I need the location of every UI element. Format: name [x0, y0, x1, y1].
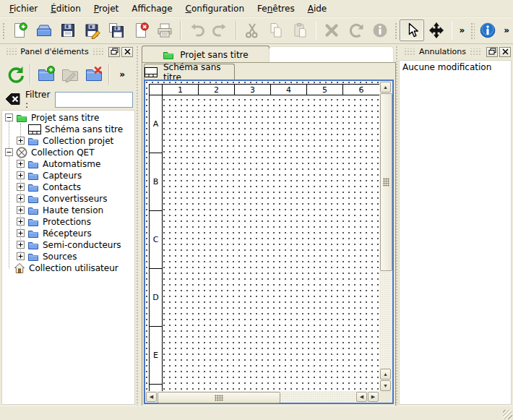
expand-icon[interactable] — [17, 194, 25, 202]
tree-item-label: Collection QET — [31, 147, 95, 158]
horizontal-scroll-thumb[interactable] — [158, 392, 280, 403]
about-qet-button[interactable] — [476, 20, 501, 41]
close-file-button[interactable] — [129, 20, 153, 41]
expand-icon[interactable] — [17, 206, 25, 214]
qelectrotech-window: FichierÉditionProjetAffichageConfigurati… — [0, 0, 513, 420]
object-info-button[interactable] — [368, 20, 392, 41]
titlebar-texture — [6, 48, 17, 55]
toolbar-grip[interactable] — [1, 22, 6, 39]
pan-mode-button[interactable] — [424, 20, 449, 41]
tree-item-semi-conducteurs[interactable]: Semi-conducteurs — [2, 239, 134, 251]
restore-icon — [111, 46, 118, 57]
undo-panel-title: Annulations — [419, 47, 466, 56]
toolbar-overflow-chevron[interactable]: » — [455, 25, 468, 35]
copy-button[interactable] — [264, 20, 288, 41]
menu-projet[interactable]: Projet — [87, 1, 125, 16]
scroll-down-button[interactable]: ▼ — [380, 380, 391, 391]
toolbar-grip[interactable] — [394, 22, 398, 39]
filter-input[interactable] — [55, 92, 133, 108]
new-project-button[interactable] — [7, 20, 32, 41]
expand-icon[interactable] — [17, 137, 25, 145]
expand-icon[interactable] — [17, 252, 25, 260]
select-mode-button[interactable] — [400, 20, 424, 41]
vertical-scroll-thumb[interactable] — [380, 93, 392, 271]
close-panel-button[interactable] — [121, 47, 133, 57]
expand-icon[interactable] — [17, 183, 25, 191]
size-grip[interactable] — [503, 410, 512, 419]
tree-item-contacts[interactable]: Contacts — [2, 181, 134, 193]
tree-item-collection-qet[interactable]: Collection QET — [2, 147, 134, 158]
toolbar-separator — [180, 21, 181, 40]
expand-icon[interactable] — [17, 229, 25, 237]
expand-icon[interactable] — [17, 218, 25, 226]
tab-project[interactable]: Projet sans titre — [142, 46, 270, 63]
tree-item-convertisseurs[interactable]: Convertisseurs — [2, 193, 134, 205]
redo-button[interactable] — [209, 20, 233, 41]
tree-item-sch-ma-sans-titre[interactable]: Schéma sans titre — [2, 124, 134, 135]
tree-item-protections[interactable]: Protections — [2, 216, 134, 228]
expand-icon[interactable] — [17, 241, 25, 249]
menu-edition[interactable]: Édition — [44, 1, 87, 16]
collapse-icon[interactable] — [5, 148, 13, 156]
tree-item-label: Automatisme — [43, 159, 100, 169]
expand-icon[interactable] — [17, 160, 25, 168]
save-as-icon — [84, 22, 101, 39]
scroll-up-button[interactable]: ▲ — [380, 82, 391, 93]
tree-item-automatisme[interactable]: Automatisme — [2, 158, 134, 170]
undo-button[interactable] — [184, 20, 209, 41]
menu-label-post: ichier — [14, 4, 38, 14]
save-button[interactable] — [56, 20, 81, 41]
row-header-D: D — [150, 269, 162, 327]
menu-affichage[interactable]: Affichage — [125, 1, 178, 16]
tree-item-collection-utilisateur[interactable]: Collection utilisateur — [2, 262, 134, 274]
tree-item-sources[interactable]: Sources — [2, 251, 134, 262]
tree-item-haute-tension[interactable]: Haute tension — [2, 205, 134, 216]
delete-button[interactable] — [319, 20, 344, 41]
rotate-button[interactable] — [344, 20, 368, 41]
cut-button[interactable] — [240, 20, 264, 41]
toolbar-overflow-chevron[interactable]: » — [500, 25, 513, 35]
tree-item-r-cepteurs[interactable]: Récepteurs — [2, 228, 134, 239]
tree-item-projet-sans-titre[interactable]: Projet sans titre — [2, 112, 134, 124]
save-icon — [59, 22, 77, 39]
close-panel-button[interactable] — [499, 47, 511, 57]
float-panel-button[interactable] — [486, 47, 498, 57]
undo-history-list[interactable]: Aucune modification — [399, 60, 512, 405]
scroll-up-button-2[interactable]: ▲ — [380, 369, 391, 380]
save-all-button[interactable] — [105, 20, 129, 41]
open-project-button[interactable] — [32, 20, 56, 41]
tree-item-capteurs[interactable]: Capteurs — [2, 170, 134, 181]
paste-button[interactable] — [288, 20, 313, 41]
float-panel-button[interactable] — [108, 47, 120, 57]
save-all-icon — [108, 22, 125, 39]
folder-new-icon — [37, 65, 56, 84]
menu-fenetres[interactable]: Fenêtres — [251, 1, 301, 16]
menu-bar: FichierÉditionProjetAffichageConfigurati… — [0, 0, 513, 17]
elements-tree[interactable]: Projet sans titreSchéma sans titreCollec… — [1, 110, 135, 405]
tab-schema[interactable]: Schéma sans titre — [144, 64, 235, 80]
menu-fichier[interactable]: Fichier — [3, 1, 44, 16]
diagram-canvas[interactable]: 123456 ABCDE — [145, 81, 379, 391]
undo-history-item[interactable]: Aucune modification — [400, 61, 511, 74]
edit-category-button[interactable] — [58, 62, 82, 87]
scroll-right-button[interactable]: ▶ — [368, 392, 379, 402]
new-category-button[interactable] — [34, 62, 58, 87]
reload-collections-button[interactable] — [3, 62, 27, 87]
expand-icon[interactable] — [17, 171, 25, 179]
save-as-button[interactable] — [80, 20, 105, 41]
print-button[interactable] — [153, 20, 178, 41]
vertical-scrollbar[interactable]: ▲ ▲ ▼ — [379, 81, 392, 391]
toolbar-overflow-chevron[interactable]: » — [116, 69, 129, 80]
delete-category-button[interactable] — [82, 62, 105, 87]
scroll-left-button[interactable]: ◀ — [146, 392, 157, 402]
collapse-icon[interactable] — [5, 113, 13, 121]
clear-filter-button[interactable] — [4, 92, 20, 108]
menu-aide[interactable]: Aide — [301, 1, 334, 16]
tree-item-collection-projet[interactable]: Collection projet — [2, 135, 134, 147]
scroll-left-button-2[interactable]: ◀ — [356, 392, 367, 402]
tree-item-label: Haute tension — [43, 205, 103, 215]
menu-configuration[interactable]: Configuration — [179, 1, 251, 16]
toolbar-grip[interactable] — [470, 22, 474, 39]
tree-item-label: Sources — [43, 252, 77, 262]
horizontal-scrollbar[interactable]: ◀ ◀ ▶ — [145, 391, 379, 403]
